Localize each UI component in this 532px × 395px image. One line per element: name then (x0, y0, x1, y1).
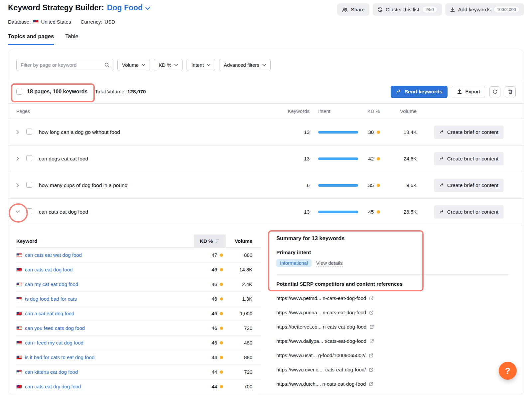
kd-dot (377, 210, 380, 214)
total-volume: Total Volume: 128,070 (95, 89, 146, 95)
keyword-text: can cats eat dry dog food (25, 384, 81, 389)
export-button[interactable]: Export (452, 86, 485, 98)
create-brief-label: Create brief or content (447, 182, 498, 188)
page-row-checkbox[interactable] (26, 182, 32, 188)
intent-filter-dropdown[interactable]: Intent (187, 59, 215, 71)
intent-bar (318, 131, 358, 134)
create-brief-button[interactable]: Create brief or content (434, 179, 504, 192)
keyword-link[interactable]: can cats eat dry dog food (16, 384, 194, 389)
external-link-icon (369, 353, 373, 358)
summary-title: Summary for 13 keywords (276, 235, 509, 242)
keyword-link[interactable]: can i feed my cat dog food (16, 340, 194, 346)
expand-chevron-icon[interactable] (16, 210, 26, 214)
kd-dot (220, 370, 223, 374)
total-volume-value: 128,070 (127, 89, 146, 94)
keyword-row: can cats eat dog food 46 14.8K (16, 262, 260, 277)
chevron-down-icon (174, 64, 178, 66)
filter-bar: Volume KD % Intent Advanced filters (8, 50, 524, 80)
keyword-kd-value: 46 (211, 296, 217, 302)
help-button[interactable]: ? (499, 362, 517, 380)
keyword-link[interactable]: can kittens eat dog food (16, 369, 194, 375)
cluster-count-badge: 2/50 (422, 6, 437, 13)
col-volume-sub[interactable]: Volume (226, 238, 260, 244)
external-link-icon (369, 325, 374, 329)
keyword-kd-value: 46 (211, 325, 217, 331)
keyword-volume: 2.4K (226, 281, 260, 287)
delete-button[interactable] (505, 86, 516, 97)
create-brief-button[interactable]: Create brief or content (434, 126, 504, 139)
search-input[interactable] (21, 62, 104, 68)
page-row-checkbox[interactable] (26, 208, 32, 214)
share-button[interactable]: Share (337, 3, 369, 16)
search-box (16, 59, 113, 71)
create-brief-label: Create brief or content (447, 129, 498, 135)
keyword-link[interactable]: is it bad for cats to eat dog food (16, 354, 194, 360)
currency-value: USD (104, 19, 115, 25)
keyword-kd-value: 44 (211, 354, 217, 360)
database-meta: Database: United States Currency: USD (8, 19, 524, 25)
view-tab[interactable]: Topics and pages (8, 33, 54, 45)
serp-link[interactable]: https://www.rover.c... -cats-eat-dog-foo… (276, 362, 509, 377)
col-intent: Intent (310, 109, 359, 114)
serp-link[interactable]: https://www.dailypa... t/cats-eat-dog-fo… (276, 334, 509, 348)
advanced-filters-dropdown[interactable]: Advanced filters (219, 59, 271, 71)
page-row: can cats eat dog food 13 45 26.5K Cre (8, 199, 524, 225)
view-details-link[interactable]: View details (316, 260, 343, 266)
keyword-row: can a cat eat dog food 46 1,000 (16, 306, 260, 321)
search-icon[interactable] (104, 62, 110, 68)
list-name-dropdown[interactable]: Dog Food (107, 3, 150, 12)
volume-filter-dropdown[interactable]: Volume (117, 59, 150, 71)
keyword-kd-value: 46 (211, 311, 217, 316)
serp-link[interactable]: https://www.dutch.... n-cats-eat-dog-foo… (276, 377, 509, 391)
keywords-count-badge: 100/2,000 (493, 6, 519, 13)
serp-link[interactable]: https://bettervet.co... n-cats-eat-dog-f… (276, 320, 509, 334)
tab-label: Table (65, 33, 78, 39)
view-tab[interactable]: Table (65, 33, 78, 45)
keyword-link[interactable]: is dog food bad for cats (16, 296, 194, 302)
expand-chevron-icon[interactable] (16, 130, 26, 134)
col-keyword: Keyword (16, 238, 194, 244)
keyword-volume: 480 (226, 340, 260, 346)
external-link-icon (369, 339, 374, 344)
serp-link-url: https://www.dutch.... n-cats-eat-dog-foo… (276, 381, 366, 387)
results-panel: Volume KD % Intent Advanced filters 18 p… (8, 50, 524, 394)
expand-chevron-icon[interactable] (16, 183, 26, 187)
external-link-icon (369, 367, 373, 372)
share-icon (342, 7, 348, 12)
refresh-button[interactable] (489, 86, 500, 97)
cluster-icon (377, 7, 383, 12)
keyword-volume: 720 (226, 325, 260, 331)
page-keywords-count: 13 (283, 129, 310, 135)
create-brief-button[interactable]: Create brief or content (434, 205, 504, 219)
serp-link[interactable]: https://www.purina... n-cats-eat-dog-foo… (276, 305, 509, 320)
kd-dot (220, 327, 223, 330)
kd-dot (377, 131, 380, 134)
page-row-checkbox[interactable] (26, 129, 32, 135)
expand-chevron-icon[interactable] (16, 156, 26, 161)
keyword-link[interactable]: can my cat eat dog food (16, 281, 194, 287)
keyword-row: is dog food bad for cats 46 1.3K (16, 292, 260, 306)
keyword-link[interactable]: can you feed cats dog food (16, 325, 194, 331)
keyword-row: can you feed cats dog food 46 720 (16, 321, 260, 336)
serp-link-url: https://www.purina... n-cats-eat-dog-foo… (276, 310, 366, 315)
pages-table-body: how long can a dog go without food 13 30… (8, 119, 524, 225)
select-all-checkbox[interactable] (16, 89, 22, 95)
add-keywords-button[interactable]: Add keywords 100/2,000 (445, 3, 524, 16)
us-flag-icon (16, 312, 22, 316)
send-keywords-button[interactable]: Send keywords (391, 86, 448, 98)
keyword-link[interactable]: can cats eat wet dog food (16, 252, 194, 258)
keyword-link[interactable]: can a cat eat dog food (16, 311, 194, 316)
cluster-list-button[interactable]: Cluster this list 2/50 (373, 3, 442, 16)
page-name: how long can a dog go without food (39, 129, 283, 135)
view-tabs: Topics and pages Table (8, 33, 524, 45)
col-kd-sort[interactable]: KD % (194, 235, 226, 248)
keyword-link[interactable]: can cats eat dog food (16, 267, 194, 272)
page-name: can cats eat dog food (39, 209, 283, 215)
keyword-kd-value: 46 (211, 267, 217, 272)
keyword-volume: 14.8K (226, 267, 260, 272)
serp-link[interactable]: https://www.petmd... n-cats-eat-dog-food (276, 291, 509, 305)
serp-link[interactable]: https://www.usat... g-food/10009065002/ (276, 348, 509, 362)
kd-filter-dropdown[interactable]: KD % (154, 59, 183, 71)
page-row-checkbox[interactable] (26, 155, 32, 161)
create-brief-button[interactable]: Create brief or content (434, 152, 504, 165)
